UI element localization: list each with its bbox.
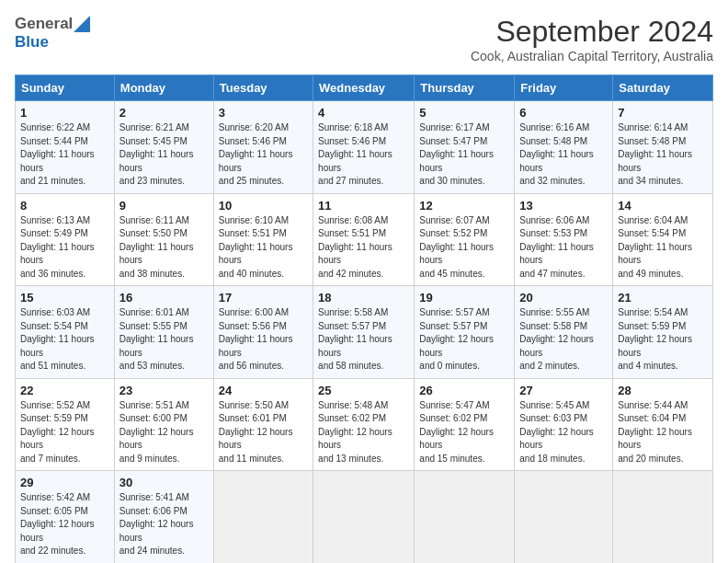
calendar-cell: 21 Sunrise: 5:54 AMSunset: 5:59 PMDaylig… — [613, 286, 713, 379]
daylight-hours: Daylight: 11 hours hours — [119, 334, 194, 358]
calendar-cell — [613, 471, 713, 564]
daylight-hours: Daylight: 12 hours hours — [119, 519, 194, 543]
sunset-info: Sunset: 5:51 PM — [318, 228, 386, 238]
day-number: 30 — [119, 476, 209, 489]
sunrise-info: Sunrise: 6:14 AM — [618, 122, 688, 132]
day-number: 8 — [20, 199, 109, 213]
sunset-info: Sunset: 5:47 PM — [419, 136, 487, 146]
calendar-header: SundayMondayTuesdayWednesdayThursdayFrid… — [16, 75, 713, 101]
day-number: 15 — [20, 291, 109, 304]
sunrise-info: Sunrise: 6:13 AM — [20, 215, 90, 225]
sunset-info: Sunset: 5:46 PM — [318, 136, 386, 146]
daylight-hours: Daylight: 12 hours hours — [519, 334, 594, 358]
sunrise-info: Sunrise: 5:48 AM — [318, 400, 388, 410]
day-number: 17 — [219, 291, 308, 304]
calendar-cell: 20 Sunrise: 5:55 AMSunset: 5:58 PMDaylig… — [515, 286, 613, 379]
sunrise-info: Sunrise: 5:57 AM — [419, 307, 489, 317]
header-day-sunday: Sunday — [16, 75, 115, 101]
day-number: 3 — [219, 106, 308, 120]
header-day-saturday: Saturday — [613, 75, 713, 101]
daylight-minutes: and 40 minutes. — [219, 269, 284, 279]
calendar-cell: 15 Sunrise: 6:03 AMSunset: 5:54 PMDaylig… — [16, 286, 115, 379]
daylight-minutes: and 7 minutes. — [20, 454, 81, 464]
daylight-hours: Daylight: 11 hours hours — [318, 149, 392, 173]
calendar-cell — [313, 471, 415, 564]
day-info: Sunrise: 5:42 AMSunset: 6:05 PMDaylight:… — [20, 491, 109, 558]
header-day-friday: Friday — [515, 75, 613, 101]
sunrise-info: Sunrise: 6:20 AM — [219, 122, 289, 132]
daylight-hours: Daylight: 11 hours hours — [618, 149, 692, 173]
daylight-minutes: and 0 minutes. — [419, 361, 480, 371]
daylight-hours: Daylight: 12 hours hours — [318, 427, 392, 451]
day-info: Sunrise: 6:11 AMSunset: 5:50 PMDaylight:… — [119, 214, 209, 282]
sunset-info: Sunset: 6:03 PM — [519, 413, 587, 423]
daylight-minutes: and 42 minutes. — [318, 269, 383, 279]
day-info: Sunrise: 6:07 AMSunset: 5:52 PMDaylight:… — [419, 214, 509, 282]
day-number: 24 — [219, 384, 308, 397]
sunrise-info: Sunrise: 6:06 AM — [519, 215, 589, 225]
header-day-wednesday: Wednesday — [313, 75, 415, 101]
day-number: 20 — [519, 291, 608, 304]
day-info: Sunrise: 5:57 AMSunset: 5:57 PMDaylight:… — [419, 306, 509, 373]
calendar-cell: 24 Sunrise: 5:50 AMSunset: 6:01 PMDaylig… — [213, 378, 313, 471]
calendar-cell: 3 Sunrise: 6:20 AMSunset: 5:46 PMDayligh… — [213, 101, 313, 194]
calendar-cell: 28 Sunrise: 5:44 AMSunset: 6:04 PMDaylig… — [613, 378, 713, 471]
day-info: Sunrise: 5:50 AMSunset: 6:01 PMDaylight:… — [219, 399, 308, 466]
daylight-hours: Daylight: 11 hours hours — [419, 242, 494, 266]
day-number: 28 — [618, 384, 708, 397]
calendar-cell: 2 Sunrise: 6:21 AMSunset: 5:45 PMDayligh… — [114, 101, 213, 194]
daylight-hours: Daylight: 11 hours hours — [519, 149, 594, 173]
daylight-minutes: and 25 minutes. — [219, 176, 284, 186]
sunset-info: Sunset: 6:02 PM — [318, 413, 386, 423]
daylight-hours: Daylight: 12 hours hours — [119, 427, 194, 451]
daylight-hours: Daylight: 11 hours hours — [318, 334, 392, 358]
day-number: 14 — [618, 199, 708, 213]
daylight-minutes: and 21 minutes. — [20, 176, 85, 186]
sunrise-info: Sunrise: 6:00 AM — [219, 307, 289, 317]
calendar-cell: 16 Sunrise: 6:01 AMSunset: 5:55 PMDaylig… — [114, 286, 213, 379]
day-number: 5 — [419, 106, 509, 120]
day-number: 11 — [318, 199, 409, 213]
logo: General Blue — [15, 15, 91, 52]
daylight-hours: Daylight: 12 hours hours — [519, 427, 594, 451]
daylight-minutes: and 56 minutes. — [219, 361, 284, 371]
day-info: Sunrise: 6:08 AMSunset: 5:51 PMDaylight:… — [318, 214, 409, 282]
calendar-cell: 17 Sunrise: 6:00 AMSunset: 5:56 PMDaylig… — [213, 286, 313, 379]
sunrise-info: Sunrise: 6:10 AM — [219, 215, 289, 225]
logo-general: General — [15, 15, 73, 33]
header-row: SundayMondayTuesdayWednesdayThursdayFrid… — [16, 75, 713, 101]
week-row-1: 1 Sunrise: 6:22 AMSunset: 5:44 PMDayligh… — [16, 101, 713, 194]
sunset-info: Sunset: 6:01 PM — [219, 413, 287, 423]
sunset-info: Sunset: 5:44 PM — [20, 136, 88, 146]
day-info: Sunrise: 5:41 AMSunset: 6:06 PMDaylight:… — [119, 491, 209, 558]
calendar-cell — [415, 471, 515, 564]
day-number: 25 — [318, 384, 409, 397]
week-row-2: 8 Sunrise: 6:13 AMSunset: 5:49 PMDayligh… — [16, 193, 713, 286]
calendar-cell: 13 Sunrise: 6:06 AMSunset: 5:53 PMDaylig… — [515, 193, 613, 286]
sunrise-info: Sunrise: 5:54 AM — [618, 307, 688, 317]
day-info: Sunrise: 6:06 AMSunset: 5:53 PMDaylight:… — [519, 214, 608, 282]
sunrise-info: Sunrise: 5:47 AM — [419, 400, 489, 410]
day-number: 18 — [318, 291, 409, 304]
day-info: Sunrise: 6:00 AMSunset: 5:56 PMDaylight:… — [219, 306, 308, 373]
day-number: 16 — [119, 291, 209, 304]
daylight-hours: Daylight: 12 hours hours — [20, 427, 95, 451]
daylight-minutes: and 15 minutes. — [419, 454, 484, 464]
daylight-minutes: and 34 minutes. — [618, 176, 683, 186]
calendar-cell: 4 Sunrise: 6:18 AMSunset: 5:46 PMDayligh… — [313, 101, 415, 194]
day-number: 21 — [618, 291, 708, 304]
sunset-info: Sunset: 5:55 PM — [119, 321, 188, 331]
day-number: 26 — [419, 384, 509, 397]
sunrise-info: Sunrise: 6:16 AM — [519, 122, 589, 132]
day-info: Sunrise: 6:04 AMSunset: 5:54 PMDaylight:… — [618, 214, 708, 282]
day-info: Sunrise: 6:22 AMSunset: 5:44 PMDaylight:… — [20, 121, 109, 189]
sunrise-info: Sunrise: 5:50 AM — [219, 400, 289, 410]
day-number: 27 — [519, 384, 608, 397]
sunset-info: Sunset: 5:53 PM — [519, 228, 587, 238]
day-number: 19 — [419, 291, 509, 304]
calendar-table: SundayMondayTuesdayWednesdayThursdayFrid… — [15, 75, 713, 563]
daylight-minutes: and 58 minutes. — [318, 361, 383, 371]
daylight-hours: Daylight: 11 hours hours — [519, 242, 594, 266]
sunrise-info: Sunrise: 6:18 AM — [318, 122, 388, 132]
sunrise-info: Sunrise: 5:55 AM — [519, 307, 589, 317]
